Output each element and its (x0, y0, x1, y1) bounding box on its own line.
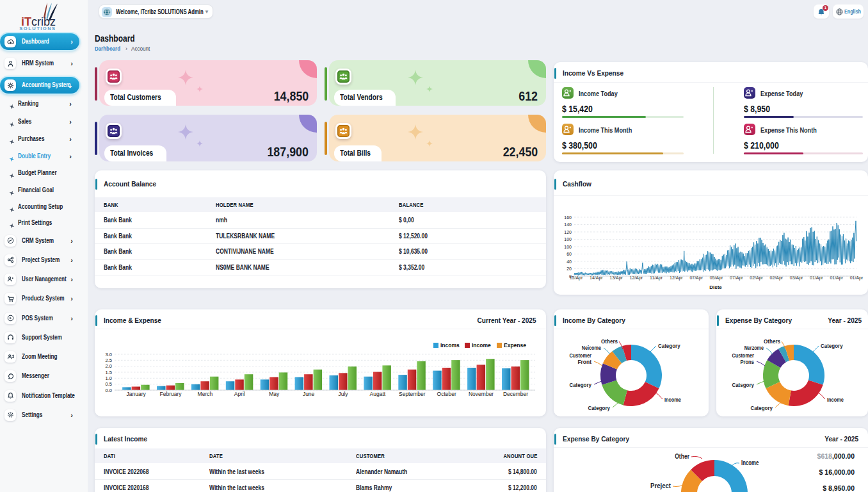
svg-text:November: November (469, 391, 494, 397)
svg-text:Neicome: Neicome (582, 344, 601, 351)
svg-text:Category: Category (569, 381, 591, 388)
svg-text:May: May (269, 391, 280, 397)
svg-text:Others: Others (764, 338, 780, 345)
svg-text:April: April (234, 391, 245, 397)
svg-text:Income: Income (741, 459, 759, 466)
svg-text:Incoms: Incoms (440, 342, 460, 348)
svg-text:1.5: 1.5 (106, 370, 112, 375)
svg-text:60: 60 (567, 252, 572, 256)
svg-text:Nerzome: Nerzome (744, 344, 764, 351)
svg-text:100: 100 (564, 245, 572, 249)
svg-text:2.0: 2.0 (106, 363, 112, 369)
svg-text:Category: Category (588, 404, 610, 411)
svg-text:December: December (503, 391, 528, 397)
svg-text:Income: Income (472, 342, 491, 348)
svg-text:Other: Other (675, 453, 689, 460)
svg-text:February: February (159, 391, 182, 397)
svg-text:Augatt: Augatt (370, 391, 386, 397)
svg-text:July: July (338, 391, 348, 397)
svg-text:0.5: 0.5 (106, 381, 112, 387)
svg-text:3.0: 3.0 (106, 352, 112, 357)
svg-text:Diste: Diste (709, 284, 722, 290)
svg-text:1.0: 1.0 (106, 375, 112, 381)
svg-text:Catsgory: Catsgory (732, 381, 754, 388)
svg-text:June: June (303, 391, 315, 397)
svg-text:Expense: Expense (504, 342, 526, 348)
svg-text:Income: Income (827, 396, 844, 403)
svg-text:0.0: 0.0 (106, 388, 112, 393)
svg-text:Others: Others (601, 338, 618, 345)
svg-text:120: 120 (564, 230, 572, 234)
svg-text:140: 140 (564, 222, 572, 227)
svg-text:20: 20 (567, 266, 572, 271)
svg-text:100: 100 (564, 237, 572, 242)
svg-text:Prons: Prons (740, 358, 754, 365)
svg-text:January: January (126, 391, 146, 397)
svg-text:Category: Category (658, 342, 680, 349)
svg-text:Front: Front (577, 358, 591, 365)
svg-text:Category: Category (821, 342, 843, 349)
svg-text:Preject: Preject (650, 482, 671, 489)
svg-text:160: 160 (564, 215, 572, 220)
svg-text:40: 40 (567, 259, 572, 264)
svg-text:Merch: Merch (198, 391, 213, 397)
svg-text:September: September (399, 391, 426, 397)
svg-text:Octeber: Octeber (437, 391, 456, 397)
svg-text:Category: Category (750, 404, 773, 411)
svg-text:2.5: 2.5 (106, 357, 112, 363)
svg-text:Income: Income (664, 396, 681, 403)
